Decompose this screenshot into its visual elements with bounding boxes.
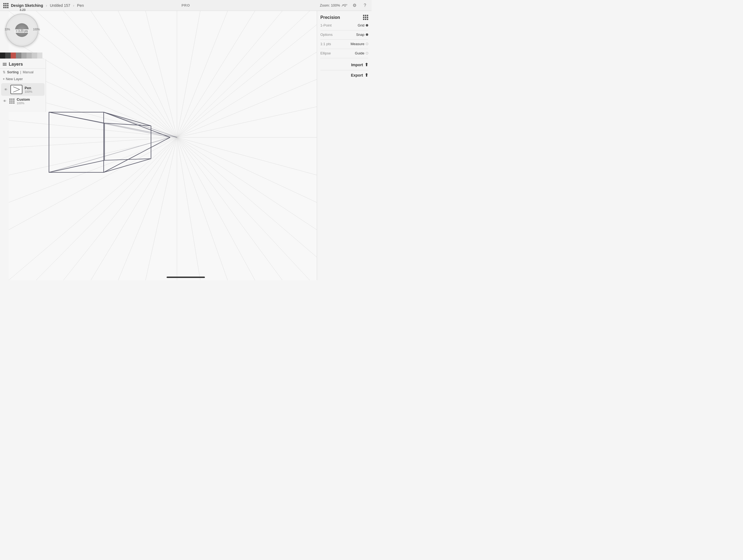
- svg-line-39: [9, 137, 177, 230]
- svg-line-54: [49, 112, 170, 137]
- panel-row-grid: 1-Point Grid: [320, 23, 368, 27]
- layer-item-pen[interactable]: 👁 Pen 100%: [1, 83, 45, 96]
- radial-pts-label: = 3.23 pts: [15, 29, 29, 33]
- import-button[interactable]: Import ⬆: [320, 62, 368, 67]
- pro-badge: PRO: [181, 3, 190, 7]
- panel-label-measure-pts: 1:1 pts: [320, 42, 331, 46]
- svg-line-53: [104, 137, 170, 172]
- svg-line-13: [177, 25, 317, 137]
- perspective-grid: [9, 11, 317, 280]
- sorting-label: Sorting: [7, 70, 18, 74]
- export-icon: ⬆: [365, 73, 368, 78]
- svg-line-11: [177, 11, 282, 137]
- divider-2: [320, 39, 368, 40]
- svg-line-25: [177, 137, 228, 280]
- layers-panel: Layers ⇅ Sorting | Manual + New Layer 👁 …: [0, 59, 46, 112]
- radial-top-value: 3.23: [20, 8, 26, 11]
- new-layer-button[interactable]: + New Layer: [0, 76, 46, 83]
- panel-row-guide: Ellipse Guide: [320, 51, 368, 55]
- layer-name-pen: Pen: [25, 86, 32, 90]
- topbar: Design Sketching › Untitled 157 › Pen PR…: [0, 0, 372, 11]
- svg-line-9: [177, 11, 228, 137]
- help-button[interactable]: ?: [362, 2, 368, 9]
- layer-grid-custom: [9, 98, 14, 104]
- radial-left-percent: 33%: [5, 28, 10, 31]
- app-grid-icon[interactable]: [3, 3, 8, 8]
- svg-line-16: [177, 107, 317, 137]
- svg-line-15: [177, 79, 317, 137]
- guide-dot: [366, 52, 368, 54]
- radial-right-percent: 100%: [33, 28, 40, 31]
- zoom-label: Zoom: 100% ↗0°: [320, 3, 347, 7]
- layer-info-custom: Custom 100%: [17, 97, 30, 105]
- panel-label-ellipse: Ellipse: [320, 51, 331, 55]
- sorting-value: Manual: [23, 70, 33, 74]
- zoom-value[interactable]: 100%: [331, 3, 340, 7]
- import-icon: ⬆: [365, 62, 368, 67]
- snap-dot: [366, 33, 368, 36]
- layer-info-pen: Pen 100%: [25, 86, 32, 93]
- radial-menu[interactable]: 3.23 = 3.23 pts 33% 100%: [3, 8, 42, 63]
- svg-line-43: [104, 112, 151, 126]
- layer-thumbnail-pen: [10, 85, 23, 94]
- panel-value-grid[interactable]: Grid: [357, 23, 368, 27]
- panel-label-grid: 1-Point: [320, 23, 332, 27]
- svg-line-45: [49, 160, 104, 172]
- layers-sorting[interactable]: ⇅ Sorting | Manual: [0, 69, 46, 76]
- precision-grid-icon[interactable]: [363, 15, 368, 20]
- svg-line-30: [177, 137, 317, 203]
- divider-5: [320, 70, 368, 70]
- layer-name-custom: Custom: [17, 97, 30, 101]
- sort-icon: ⇅: [3, 70, 5, 74]
- layer-visibility-pen[interactable]: 👁: [3, 87, 8, 92]
- app-name: Design Sketching: [11, 3, 43, 8]
- panel-row-snap: Options Snap: [320, 33, 368, 37]
- svg-line-18: [36, 137, 177, 280]
- svg-line-2: [36, 11, 177, 137]
- svg-line-37: [9, 137, 177, 175]
- grid-dot: [366, 24, 368, 27]
- precision-title: Precision: [320, 15, 368, 20]
- measure-dot: [366, 43, 368, 45]
- panel-value-snap[interactable]: Snap: [356, 33, 368, 37]
- svg-line-5: [118, 11, 177, 137]
- layers-menu-icon[interactable]: [3, 63, 7, 66]
- layer-item-custom[interactable]: 👁 Custom 100%: [0, 96, 46, 106]
- svg-line-32: [177, 137, 317, 257]
- layer-opacity-pen: 100%: [25, 90, 32, 93]
- right-panel: Precision 1-Point Grid Options Snap 1:1 …: [317, 11, 372, 280]
- document-name[interactable]: Untitled 157: [50, 3, 70, 8]
- panel-value-measure[interactable]: Measure: [350, 42, 368, 46]
- svg-line-19: [63, 137, 177, 280]
- canvas-area[interactable]: [9, 11, 317, 280]
- svg-line-17: [9, 137, 177, 280]
- svg-line-14: [177, 52, 317, 137]
- panel-label-options: Options: [320, 33, 333, 37]
- svg-line-31: [177, 137, 317, 230]
- svg-line-29: [177, 137, 317, 175]
- radial-circle[interactable]: = 3.23 pts 33% 100%: [5, 14, 38, 46]
- layer-opacity-custom: 100%: [17, 101, 30, 105]
- settings-button[interactable]: ⚙: [351, 2, 358, 9]
- svg-line-6: [145, 11, 177, 137]
- layer-visibility-custom[interactable]: 👁: [2, 99, 7, 104]
- divider-3: [320, 49, 368, 49]
- home-indicator: [167, 276, 205, 278]
- panel-row-measure: 1:1 pts Measure: [320, 42, 368, 46]
- svg-line-27: [177, 137, 282, 280]
- svg-line-55: [49, 137, 170, 172]
- current-tool-label: Pen: [77, 3, 84, 8]
- export-button[interactable]: Export ⬆: [320, 73, 368, 78]
- panel-value-guide[interactable]: Guide: [355, 51, 368, 55]
